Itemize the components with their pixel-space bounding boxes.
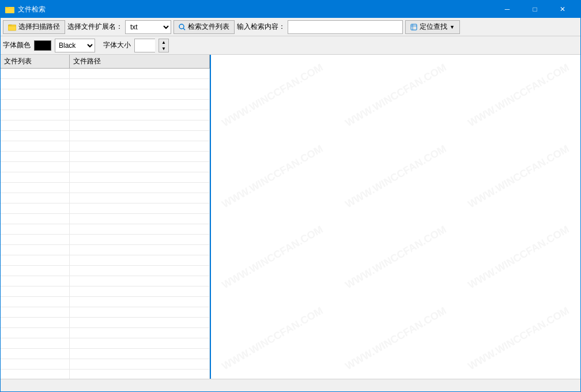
table-row[interactable] bbox=[1, 152, 210, 162]
watermark: WWW.WINCCFAN.COM bbox=[446, 191, 580, 323]
ext-select[interactable]: txt doc pdf all bbox=[125, 20, 171, 34]
title-bar-controls: ─ □ ✕ bbox=[494, 1, 576, 18]
locate-icon bbox=[410, 24, 417, 31]
watermark: WWW.WINCCFAN.COM bbox=[322, 191, 469, 323]
table-row[interactable] bbox=[1, 141, 210, 152]
ext-label: 选择文件扩展名： bbox=[67, 22, 123, 32]
watermark: WWW.WINCCFAN.COM bbox=[322, 272, 469, 379]
content-view[interactable]: WWW.WINCCFAN.COM WWW.WINCCFAN.COM WWW.WI… bbox=[211, 55, 580, 379]
table-row[interactable] bbox=[1, 235, 210, 245]
color-label: 字体颜色 bbox=[3, 40, 31, 50]
table-row[interactable] bbox=[1, 162, 210, 172]
left-panel: 文件列表 文件路径 bbox=[1, 55, 211, 379]
table-row[interactable] bbox=[1, 276, 210, 287]
title-bar-left: 文件检索 bbox=[5, 5, 46, 14]
locate-dropdown-arrow: ▼ bbox=[450, 24, 455, 30]
watermark: WWW.WINCCFAN.COM bbox=[446, 55, 580, 161]
window-title: 文件检索 bbox=[18, 5, 46, 14]
svg-rect-5 bbox=[411, 24, 417, 30]
table-row[interactable] bbox=[1, 224, 210, 235]
table-row[interactable] bbox=[1, 370, 210, 379]
close-button[interactable]: ✕ bbox=[549, 1, 576, 18]
table-row[interactable] bbox=[1, 79, 210, 89]
table-row[interactable] bbox=[1, 214, 210, 224]
watermark: WWW.WINCCFAN.COM bbox=[211, 191, 346, 323]
svg-rect-2 bbox=[8, 25, 16, 31]
table-row[interactable] bbox=[1, 359, 210, 370]
font-size-input[interactable]: 12 bbox=[134, 39, 155, 52]
watermark: WWW.WINCCFAN.COM bbox=[322, 110, 469, 242]
table-row[interactable] bbox=[1, 318, 210, 328]
locate-button[interactable]: 定位查找 ▼ bbox=[405, 20, 460, 34]
right-panel: WWW.WINCCFAN.COM WWW.WINCCFAN.COM WWW.WI… bbox=[211, 55, 580, 379]
search-content-input[interactable] bbox=[288, 20, 403, 34]
watermark: WWW.WINCCFAN.COM bbox=[211, 272, 346, 379]
table-row[interactable] bbox=[1, 245, 210, 255]
table-row[interactable] bbox=[1, 287, 210, 297]
watermark-container: WWW.WINCCFAN.COM WWW.WINCCFAN.COM WWW.WI… bbox=[211, 55, 580, 379]
table-row[interactable] bbox=[1, 69, 210, 79]
table-row[interactable] bbox=[1, 100, 210, 110]
font-size-up-button[interactable]: ▲ bbox=[159, 39, 168, 46]
svg-line-4 bbox=[183, 28, 185, 30]
col-filepath: 文件路径 bbox=[70, 55, 210, 68]
table-row[interactable] bbox=[1, 120, 210, 131]
font-size-label: 字体大小 bbox=[103, 40, 131, 50]
table-row[interactable] bbox=[1, 89, 210, 100]
color-select[interactable]: Black Red Blue Green bbox=[55, 39, 95, 52]
table-body[interactable] bbox=[1, 69, 210, 379]
toolbar-row1: 选择扫描路径 选择文件扩展名： txt doc pdf all 检索文件列表 输… bbox=[1, 18, 580, 36]
watermark: WWW.WINCCFAN.COM bbox=[446, 110, 580, 242]
scan-path-button[interactable]: 选择扫描路径 bbox=[3, 20, 65, 34]
svg-point-3 bbox=[179, 24, 184, 29]
folder-icon bbox=[8, 23, 16, 31]
font-size-spinner: ▲ ▼ bbox=[159, 39, 169, 52]
table-row[interactable] bbox=[1, 307, 210, 318]
watermark: WWW.WINCCFAN.COM bbox=[446, 272, 580, 379]
app-icon bbox=[5, 5, 14, 14]
table-row[interactable] bbox=[1, 266, 210, 276]
main-window: 文件检索 ─ □ ✕ 选择扫描路径 选择文件扩展名： txt doc pdf a… bbox=[0, 0, 581, 392]
table-row[interactable] bbox=[1, 110, 210, 120]
table-row[interactable] bbox=[1, 131, 210, 141]
table-row[interactable] bbox=[1, 349, 210, 359]
minimize-button[interactable]: ─ bbox=[494, 1, 520, 18]
table-row[interactable] bbox=[1, 193, 210, 203]
status-bar bbox=[1, 379, 580, 391]
table-header: 文件列表 文件路径 bbox=[1, 55, 210, 69]
search-icon bbox=[179, 24, 186, 31]
watermark: WWW.WINCCFAN.COM bbox=[211, 110, 346, 242]
table-row[interactable] bbox=[1, 338, 210, 349]
table-row[interactable] bbox=[1, 203, 210, 214]
watermark: WWW.WINCCFAN.COM bbox=[322, 55, 469, 161]
search-content-label: 输入检索内容： bbox=[237, 22, 285, 32]
title-bar: 文件检索 ─ □ ✕ bbox=[1, 1, 580, 18]
watermark: WWW.WINCCFAN.COM bbox=[211, 55, 346, 161]
table-row[interactable] bbox=[1, 172, 210, 183]
col-filename: 文件列表 bbox=[1, 55, 70, 68]
table-row[interactable] bbox=[1, 183, 210, 193]
color-swatch[interactable] bbox=[34, 40, 51, 51]
table-row[interactable] bbox=[1, 297, 210, 307]
table-row[interactable] bbox=[1, 255, 210, 266]
toolbar-row2: 字体颜色 Black Red Blue Green 字体大小 12 ▲ ▼ bbox=[1, 36, 580, 55]
font-size-down-button[interactable]: ▼ bbox=[159, 46, 168, 52]
table-row[interactable] bbox=[1, 328, 210, 338]
maximize-button[interactable]: □ bbox=[522, 1, 548, 18]
content-area: 文件列表 文件路径 bbox=[1, 55, 580, 379]
search-list-button[interactable]: 检索文件列表 bbox=[173, 20, 235, 34]
